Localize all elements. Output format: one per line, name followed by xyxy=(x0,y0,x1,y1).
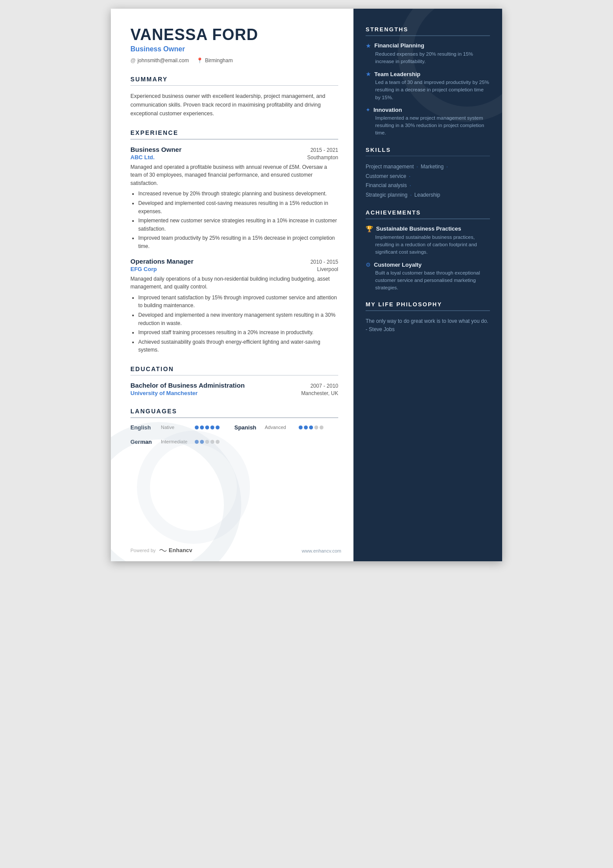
job-1-bullets: Increased revenue by 20% through strateg… xyxy=(130,190,338,250)
strength-fp-icon: ★ xyxy=(366,42,371,49)
dot-4 xyxy=(210,440,214,444)
strength-in-icon: ✦ xyxy=(366,107,370,113)
job-1-company: ABC Ltd. xyxy=(130,154,155,161)
summary-section: SUMMARY Experienced business owner with … xyxy=(130,76,338,118)
dot-1 xyxy=(195,440,199,444)
strengths-divider xyxy=(366,35,490,36)
achievement-cl-icon: ⚙ xyxy=(366,261,371,268)
dot-2 xyxy=(200,440,204,444)
footer-website: www.enhancv.com xyxy=(302,548,341,553)
language-spanish: Spanish Advanced xyxy=(234,424,338,431)
education-divider xyxy=(130,375,338,376)
strength-tl-desc: Led a team of 30 and improved productivi… xyxy=(366,79,490,101)
strength-innovation: ✦ Innovation Implemented a new project m… xyxy=(366,107,490,137)
experience-header: EXPERIENCE xyxy=(130,129,338,136)
dot-1 xyxy=(195,426,199,429)
candidate-name: VANESSA FORD xyxy=(130,26,338,44)
strength-tl-icon: ★ xyxy=(366,70,371,77)
job-2-location: Liverpool xyxy=(317,266,338,272)
achievements-divider xyxy=(366,218,490,219)
skill-leadership: Leadership xyxy=(414,192,440,198)
job-1-title: Business Owner xyxy=(130,146,182,153)
lang-spanish-level: Advanced xyxy=(265,425,295,430)
dot-5 xyxy=(216,440,220,444)
job-1-bullet-2: Developed and implemented cost-saving me… xyxy=(138,199,338,215)
language-german: German Intermediate xyxy=(130,439,234,445)
job-2-bullet-4: Achieved sustainability goals through en… xyxy=(138,338,338,354)
philosophy-section: MY LIFE PHILOSOPHY The only way to do gr… xyxy=(366,301,490,334)
strength-tl-title: Team Leadership xyxy=(374,71,420,77)
job-2-bullet-1: Improved tenant satisfaction by 15% thro… xyxy=(138,294,338,310)
job-1: Business Owner 2015 - 2021 ABC Ltd. Sout… xyxy=(130,146,338,251)
footer-right: www.enhancv.com xyxy=(302,548,341,553)
job-2-bullets: Improved tenant satisfaction by 15% thro… xyxy=(130,294,338,354)
strength-in-title-row: ✦ Innovation xyxy=(366,107,490,113)
achievement-sb-desc: Implemented sustainable business practic… xyxy=(366,234,490,256)
strengths-header: STRENGTHS xyxy=(366,26,490,33)
dot-4 xyxy=(314,426,318,429)
education-section: EDUCATION Bachelor of Business Administr… xyxy=(130,365,338,397)
achievement-cl-title-row: ⚙ Customer Loyalty xyxy=(366,261,490,268)
contact-row: @ johnsmith@email.com 📍 Birmingham xyxy=(130,57,338,64)
lang-german-level: Intermediate xyxy=(161,439,191,444)
dot-3 xyxy=(205,426,209,429)
resume-container: VANESSA FORD Business Owner @ johnsmith@… xyxy=(111,9,502,561)
location-contact: 📍 Birmingham xyxy=(197,57,233,64)
languages-header: LANGUAGES xyxy=(130,408,338,415)
strength-in-desc: Implemented a new project management sys… xyxy=(366,114,490,137)
footer-logo: Enhancv xyxy=(159,547,192,553)
job-1-date: 2015 - 2021 xyxy=(310,147,338,153)
skill-dot-4: · xyxy=(408,182,411,188)
email-value: johnsmith@email.com xyxy=(137,57,189,64)
dot-1 xyxy=(299,426,303,429)
experience-divider xyxy=(130,139,338,140)
email-icon: @ xyxy=(130,57,136,64)
email-contact: @ johnsmith@email.com xyxy=(130,57,189,64)
edu-date: 2007 - 2010 xyxy=(310,383,338,389)
footer-left: Powered by Enhancv xyxy=(130,547,192,553)
strength-financial-planning: ★ Financial Planning Reduced expenses by… xyxy=(366,42,490,66)
enhancv-logo-icon xyxy=(159,548,167,553)
philosophy-divider xyxy=(366,310,490,311)
philosophy-header: MY LIFE PHILOSOPHY xyxy=(366,301,490,308)
job-2-bullet-3: Improved staff training processes result… xyxy=(138,328,338,337)
lang-german-name: German xyxy=(130,439,157,445)
achievement-sb-title: Sustainable Business Practices xyxy=(376,225,461,232)
lang-spanish-dots xyxy=(299,426,323,429)
edu-school-row: University of Manchester Manchester, UK xyxy=(130,390,338,396)
right-column: STRENGTHS ★ Financial Planning Reduced e… xyxy=(353,9,502,561)
job-1-bullet-3: Implemented new customer service strateg… xyxy=(138,217,338,233)
lang-spanish-name: Spanish xyxy=(234,424,261,431)
job-1-header: Business Owner 2015 - 2021 xyxy=(130,146,338,153)
achievement-sustainable: 🏆 Sustainable Business Practices Impleme… xyxy=(366,225,490,256)
strength-tl-title-row: ★ Team Leadership xyxy=(366,70,490,77)
job-1-bullet-1: Increased revenue by 20% through strateg… xyxy=(138,190,338,198)
strength-in-title: Innovation xyxy=(373,107,402,113)
job-2-description: Managed daily operations of a busy non-r… xyxy=(130,275,338,291)
edu-school: University of Manchester xyxy=(130,390,198,396)
summary-text: Experienced business owner with excellen… xyxy=(130,92,338,118)
job-2-company: EFG Corp xyxy=(130,266,157,272)
dot-5 xyxy=(320,426,323,429)
lang-english-name: English xyxy=(130,424,157,431)
dot-2 xyxy=(200,426,204,429)
lang-german-dots xyxy=(195,440,220,444)
philosophy-text: The only way to do great work is to love… xyxy=(366,317,490,334)
achievement-customer-loyalty: ⚙ Customer Loyalty Built a loyal custome… xyxy=(366,261,490,292)
education-header: EDUCATION xyxy=(130,365,338,372)
left-column: VANESSA FORD Business Owner @ johnsmith@… xyxy=(111,9,353,561)
lang-english-dots xyxy=(195,426,220,429)
job-1-bullet-4: Improved team productivity by 25% result… xyxy=(138,234,338,250)
summary-divider xyxy=(130,85,338,86)
job-1-description: Managed and operated a profitable busine… xyxy=(130,163,338,188)
strength-fp-title-row: ★ Financial Planning xyxy=(366,42,490,49)
job-2: Operations Manager 2010 - 2015 EFG Corp … xyxy=(130,258,338,354)
job-2-title: Operations Manager xyxy=(130,258,193,265)
header-section: VANESSA FORD Business Owner @ johnsmith@… xyxy=(130,26,338,64)
dot-3 xyxy=(205,440,209,444)
strengths-section: STRENGTHS ★ Financial Planning Reduced e… xyxy=(366,26,490,137)
skill-financial-analysis: Financial analysis xyxy=(366,182,407,188)
footer-powered-text: Powered by xyxy=(130,548,156,553)
skill-dot-2: · xyxy=(445,164,448,170)
job-title: Business Owner xyxy=(130,45,338,53)
